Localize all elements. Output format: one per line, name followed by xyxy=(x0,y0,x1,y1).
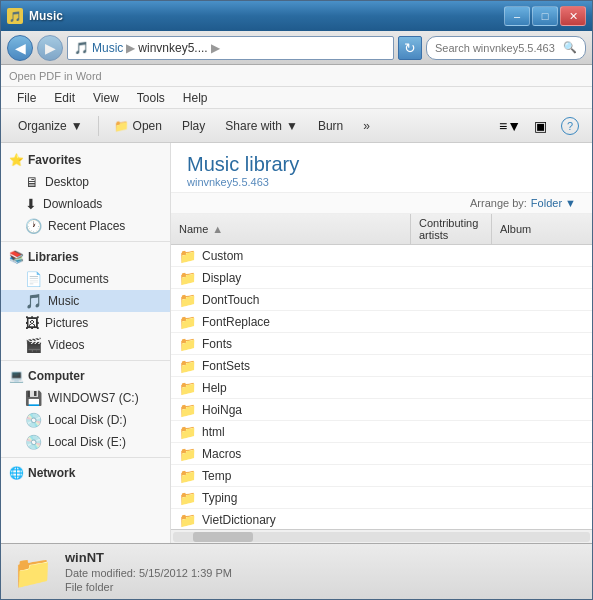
file-name-cell: 📁 HoiNga xyxy=(171,402,411,418)
table-row[interactable]: 📁 FontSets xyxy=(171,355,592,377)
col-header-artists[interactable]: Contributing artists xyxy=(411,214,492,244)
table-row[interactable]: 📁 Temp xyxy=(171,465,592,487)
search-input[interactable] xyxy=(435,42,563,54)
maximize-button[interactable]: □ xyxy=(532,6,558,26)
horizontal-scrollbar[interactable] xyxy=(171,529,592,543)
back-button[interactable]: ◀ xyxy=(7,35,33,61)
sidebar-item-music[interactable]: 🎵 Music xyxy=(1,290,170,312)
table-row[interactable]: 📁 Help xyxy=(171,377,592,399)
preview-pane-button[interactable]: ▣ xyxy=(526,113,554,139)
menu-help[interactable]: Help xyxy=(175,89,216,107)
arrange-row: Arrange by: Folder ▼ xyxy=(171,193,592,214)
table-row[interactable]: 📁 Typing xyxy=(171,487,592,509)
sidebar-header-libraries[interactable]: 📚 Libraries xyxy=(1,246,170,268)
play-button[interactable]: Play xyxy=(173,113,214,139)
sidebar-item-downloads[interactable]: ⬇ Downloads xyxy=(1,193,170,215)
breadcrumb-path[interactable]: winvnkey5.... xyxy=(138,41,207,55)
arrange-value[interactable]: Folder ▼ xyxy=(531,197,576,209)
sidebar-item-c[interactable]: 💾 WINDOWS7 (C:) xyxy=(1,387,170,409)
sidebar-section-libraries: 📚 Libraries 📄 Documents 🎵 Music 🖼 Pictur… xyxy=(1,246,170,356)
col-album-label: Album xyxy=(500,223,531,235)
table-row[interactable]: 📁 FontReplace xyxy=(171,311,592,333)
arrange-label: Arrange by: xyxy=(470,197,527,209)
table-row[interactable]: 📁 html xyxy=(171,421,592,443)
breadcrumb-music[interactable]: Music xyxy=(92,41,123,55)
selected-item-name: winNT xyxy=(65,550,232,565)
close-button[interactable]: ✕ xyxy=(560,6,586,26)
file-name-text: HoiNga xyxy=(202,403,242,417)
hscroll-thumb[interactable] xyxy=(193,532,253,542)
sidebar-section-network: 🌐 Network xyxy=(1,462,170,484)
sidebar-header-computer[interactable]: 💻 Computer xyxy=(1,365,170,387)
downloads-icon: ⬇ xyxy=(25,196,37,212)
sidebar-item-videos[interactable]: 🎬 Videos xyxy=(1,334,170,356)
file-name-text: Display xyxy=(202,271,241,285)
hscroll-track xyxy=(173,532,590,542)
table-row[interactable]: 📁 HoiNga xyxy=(171,399,592,421)
sidebar-item-recent[interactable]: 🕐 Recent Places xyxy=(1,215,170,237)
sidebar-item-e[interactable]: 💿 Local Disk (E:) xyxy=(1,431,170,453)
windows-drive-icon: 💾 xyxy=(25,390,42,406)
folder-icon: 📁 xyxy=(179,358,196,374)
menu-tools[interactable]: Tools xyxy=(129,89,173,107)
table-row[interactable]: 📁 Custom xyxy=(171,245,592,267)
refresh-button[interactable]: ↻ xyxy=(398,36,422,60)
title-bar-buttons: – □ ✕ xyxy=(504,6,586,26)
table-row[interactable]: 📁 DontTouch xyxy=(171,289,592,311)
computer-label: Computer xyxy=(28,369,85,383)
col-header-album[interactable]: Album xyxy=(492,214,592,244)
main-area: ⭐ Favorites 🖥 Desktop ⬇ Downloads 🕐 Rece… xyxy=(1,143,592,543)
menu-view[interactable]: View xyxy=(85,89,127,107)
libraries-label: Libraries xyxy=(28,250,79,264)
open-button[interactable]: 📁 Open xyxy=(105,113,171,139)
sidebar-item-documents[interactable]: 📄 Documents xyxy=(1,268,170,290)
folder-icon: 📁 xyxy=(179,468,196,484)
file-name-cell: 📁 VietDictionary xyxy=(171,512,411,528)
folder-icon: 📁 xyxy=(179,490,196,506)
sidebar-item-desktop[interactable]: 🖥 Desktop xyxy=(1,171,170,193)
sidebar-item-desktop-label: Desktop xyxy=(45,175,89,189)
local-disk-e-icon: 💿 xyxy=(25,434,42,450)
documents-icon: 📄 xyxy=(25,271,42,287)
library-title: Music library xyxy=(187,153,299,176)
sidebar-sep3 xyxy=(1,457,170,458)
file-name-cell: 📁 Temp xyxy=(171,468,411,484)
table-row[interactable]: 📁 Display xyxy=(171,267,592,289)
search-icon: 🔍 xyxy=(563,41,577,54)
breadcrumb[interactable]: 🎵 Music ▶ winvnkey5.... ▶ xyxy=(67,36,394,60)
bottom-info: winNT Date modified: 5/15/2012 1:39 PM F… xyxy=(65,550,232,593)
content-header: Music library winvnkey5.5.463 xyxy=(171,143,592,193)
folder-icon: 📁 xyxy=(179,270,196,286)
selected-item-type: File folder xyxy=(65,581,232,593)
table-row[interactable]: 📁 VietDictionary xyxy=(171,509,592,529)
sidebar-item-d[interactable]: 💿 Local Disk (D:) xyxy=(1,409,170,431)
file-list[interactable]: Name ▲ Contributing artists Album 📁 Cust… xyxy=(171,214,592,529)
forward-button[interactable]: ▶ xyxy=(37,35,63,61)
more-icon: » xyxy=(363,119,370,133)
sidebar-item-pictures[interactable]: 🖼 Pictures xyxy=(1,312,170,334)
sidebar-header-favorites[interactable]: ⭐ Favorites xyxy=(1,149,170,171)
organize-button[interactable]: Organize ▼ xyxy=(9,113,92,139)
menu-edit[interactable]: Edit xyxy=(46,89,83,107)
music-icon: 🎵 xyxy=(25,293,42,309)
burn-button[interactable]: Burn xyxy=(309,113,352,139)
table-row[interactable]: 📁 Macros xyxy=(171,443,592,465)
table-row[interactable]: 📁 Fonts xyxy=(171,333,592,355)
folder-icon: 📁 xyxy=(179,424,196,440)
sidebar-section-favorites: ⭐ Favorites 🖥 Desktop ⬇ Downloads 🕐 Rece… xyxy=(1,149,170,237)
file-list-header: Name ▲ Contributing artists Album xyxy=(171,214,592,245)
file-name-text: Temp xyxy=(202,469,231,483)
menu-file[interactable]: File xyxy=(9,89,44,107)
arrange-chevron-icon: ▼ xyxy=(565,197,576,209)
file-name-text: DontTouch xyxy=(202,293,259,307)
col-header-name[interactable]: Name ▲ xyxy=(171,214,411,244)
more-button[interactable]: » xyxy=(354,113,379,139)
help-button[interactable]: ? xyxy=(556,113,584,139)
sidebar-header-network[interactable]: 🌐 Network xyxy=(1,462,170,484)
sidebar-item-videos-label: Videos xyxy=(48,338,84,352)
desktop-icon: 🖥 xyxy=(25,174,39,190)
file-name-cell: 📁 Macros xyxy=(171,446,411,462)
share-button[interactable]: Share with ▼ xyxy=(216,113,307,139)
view-mode-button[interactable]: ≡ ▼ xyxy=(496,113,524,139)
minimize-button[interactable]: – xyxy=(504,6,530,26)
